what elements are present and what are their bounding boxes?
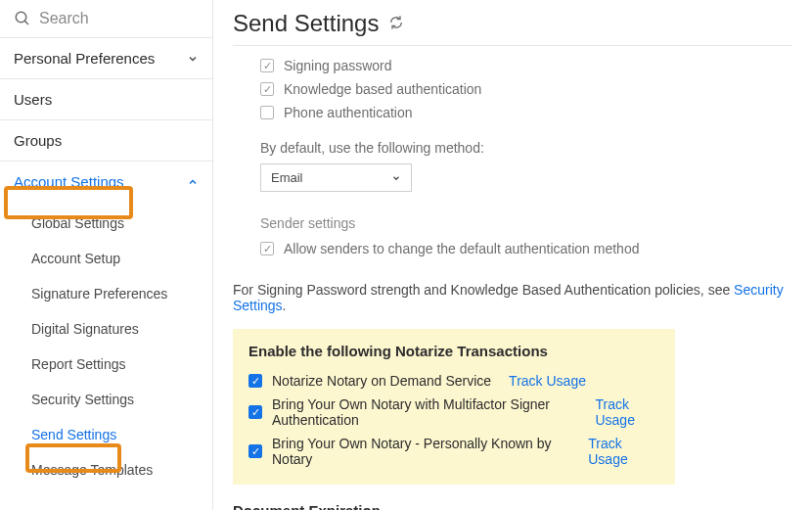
- sidebar-item-signature-preferences[interactable]: Signature Preferences: [0, 276, 212, 311]
- checkbox-icon: [260, 59, 274, 72]
- chevron-up-icon: [187, 176, 199, 188]
- policy-text-prefix: For Signing Password strength and Knowle…: [233, 282, 734, 298]
- checkbox-label: Phone authentication: [284, 105, 413, 120]
- chevron-down-icon: [391, 173, 401, 183]
- auth-methods-section: Signing password Knowledge based authent…: [233, 46, 792, 124]
- sidebar-item-report-settings[interactable]: Report Settings: [0, 347, 212, 382]
- checkbox-byon-known[interactable]: Bring Your Own Notary - Personally Known…: [248, 432, 659, 471]
- checkbox-byon-mfa[interactable]: Bring Your Own Notary with Multifactor S…: [248, 393, 659, 432]
- svg-point-0: [16, 12, 26, 23]
- track-usage-link[interactable]: Track Usage: [588, 436, 659, 467]
- checkbox-kba[interactable]: Knowledge based authentication: [260, 77, 792, 101]
- sender-settings-label: Sender settings: [233, 192, 792, 237]
- sidebar-item-account-settings[interactable]: Account Settings: [0, 162, 212, 202]
- checkbox-phone-auth[interactable]: Phone authentication: [260, 101, 792, 124]
- checkbox-label: Bring Your Own Notary - Personally Known…: [272, 436, 570, 467]
- nav-label: Users: [14, 91, 52, 108]
- sidebar-item-groups[interactable]: Groups: [0, 120, 212, 162]
- checkbox-icon: [260, 82, 274, 96]
- checkbox-label: Knowledge based authentication: [284, 81, 481, 97]
- sender-settings-section: Allow senders to change the default auth…: [233, 237, 792, 260]
- policy-note: For Signing Password strength and Knowle…: [233, 260, 792, 327]
- nav-label: Personal Preferences: [14, 50, 155, 67]
- account-settings-submenu: Global Settings Account Setup Signature …: [0, 202, 212, 495]
- sidebar-item-security-settings[interactable]: Security Settings: [0, 382, 212, 417]
- main-content: Send Settings Signing password Knowledge…: [213, 0, 812, 510]
- search-placeholder: Search: [39, 10, 89, 27]
- sidebar-item-global-settings[interactable]: Global Settings: [0, 206, 212, 241]
- track-usage-link[interactable]: Track Usage: [509, 373, 586, 389]
- default-method-label: By default, use the following method:: [233, 124, 792, 163]
- checkbox-icon: [260, 106, 274, 119]
- chevron-down-icon: [187, 53, 199, 65]
- checkbox-signing-password[interactable]: Signing password: [260, 54, 792, 77]
- checkbox-label: Notarize Notary on Demand Service: [272, 373, 491, 389]
- refresh-icon[interactable]: [388, 15, 404, 33]
- checkbox-icon: [248, 405, 262, 419]
- checkbox-icon: [260, 242, 274, 255]
- checkbox-notary-on-demand[interactable]: Notarize Notary on Demand Service Track …: [248, 369, 659, 393]
- page-header: Send Settings: [233, 10, 792, 46]
- sidebar-item-account-setup[interactable]: Account Setup: [0, 241, 212, 276]
- document-expiration-title: Document Expiration: [233, 485, 792, 510]
- sidebar-item-digital-signatures[interactable]: Digital Signatures: [0, 311, 212, 347]
- nav-label: Account Settings: [14, 173, 124, 190]
- page-title: Send Settings: [233, 10, 379, 37]
- svg-line-1: [24, 21, 28, 24]
- default-method-select[interactable]: Email: [260, 163, 412, 192]
- search-input[interactable]: Search: [0, 0, 212, 38]
- checkbox-allow-senders[interactable]: Allow senders to change the default auth…: [260, 237, 792, 260]
- notarize-title: Enable the following Notarize Transactio…: [248, 343, 659, 359]
- sidebar-item-send-settings[interactable]: Send Settings: [0, 417, 212, 452]
- sidebar-item-personal-preferences[interactable]: Personal Preferences: [0, 38, 212, 79]
- track-usage-link[interactable]: Track Usage: [595, 396, 659, 428]
- select-value: Email: [271, 170, 303, 185]
- nav-label: Groups: [14, 132, 62, 149]
- search-icon: [14, 10, 31, 27]
- checkbox-icon: [248, 444, 262, 458]
- checkbox-label: Allow senders to change the default auth…: [284, 241, 639, 256]
- checkbox-icon: [248, 374, 262, 388]
- sidebar: Search Personal Preferences Users Groups…: [0, 0, 213, 510]
- sidebar-item-message-templates[interactable]: Message Templates: [0, 452, 212, 487]
- checkbox-label: Signing password: [284, 58, 392, 73]
- checkbox-label: Bring Your Own Notary with Multifactor S…: [272, 396, 577, 428]
- notarize-section: Enable the following Notarize Transactio…: [233, 329, 675, 485]
- sidebar-item-users[interactable]: Users: [0, 79, 212, 120]
